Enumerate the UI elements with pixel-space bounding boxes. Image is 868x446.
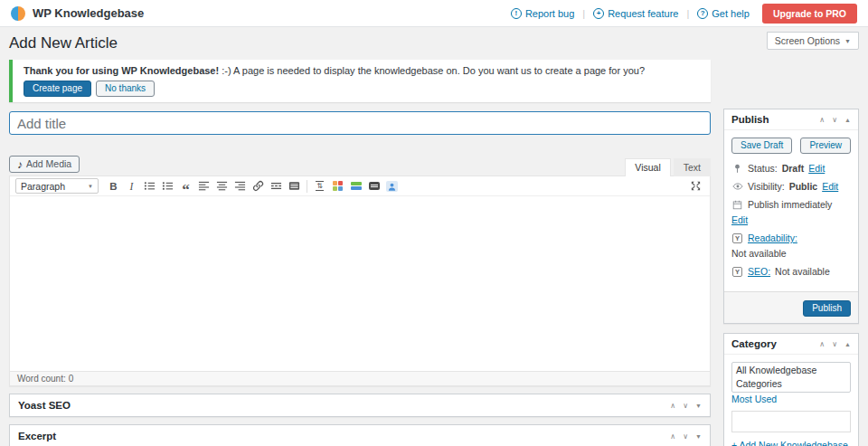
separator: |: [582, 8, 585, 19]
bold-glyph: B: [109, 181, 117, 192]
help-icon: ?: [697, 8, 708, 19]
create-page-button[interactable]: Create page: [24, 81, 91, 97]
toggle-panel-icon[interactable]: ▲: [844, 341, 851, 347]
updown-arrows-glyph: ⇅: [316, 181, 324, 191]
plus-circle-icon: +: [593, 8, 604, 19]
publish-panel: Publish ∧ ∨ ▲ Save Draft Preview Status:: [723, 109, 859, 324]
notice-bold-text: Thank you for using WP Knowledgebase!: [24, 65, 219, 76]
excerpt-title: Excerpt: [18, 431, 56, 441]
request-feature-link[interactable]: + Request feature: [593, 8, 678, 19]
align-left-icon[interactable]: [195, 178, 212, 194]
report-bug-label: Report bug: [525, 8, 574, 19]
sidebar: Publish ∧ ∨ ▲ Save Draft Preview Status:: [723, 109, 859, 446]
yoast-seo-title: Yoast SEO: [18, 400, 71, 411]
topbar-actions: ! Report bug | + Request feature | ? Get…: [511, 4, 857, 24]
move-up-icon[interactable]: ∧: [670, 402, 675, 410]
schedule-row: Publish immediately Edit: [731, 199, 851, 225]
insert-bars-icon[interactable]: [347, 178, 364, 194]
toggle-panel-icon[interactable]: ▲: [844, 117, 851, 123]
insert-link-icon[interactable]: [250, 178, 267, 194]
title-input[interactable]: [9, 111, 711, 135]
align-center-icon[interactable]: [213, 178, 231, 194]
upgrade-to-pro-button[interactable]: Upgrade to PRO: [762, 4, 857, 24]
main-column: Thank you for using WP Knowledgebase! :-…: [9, 60, 711, 446]
edit-visibility-link[interactable]: Edit: [822, 181, 838, 192]
status-label: Status:: [748, 163, 778, 174]
screen-options-label: Screen Options: [775, 35, 840, 46]
publish-button[interactable]: Publish: [803, 300, 851, 317]
add-new-category-link[interactable]: + Add New Knowledgebase Category: [731, 439, 851, 446]
seo-value: Not available: [775, 266, 830, 277]
insert-user-icon[interactable]: [383, 178, 401, 194]
editor-mode-tabs: Visual Text: [622, 157, 711, 176]
bullet-list-icon[interactable]: [141, 178, 158, 194]
edit-schedule-link[interactable]: Edit: [731, 214, 748, 225]
media-icon: ♪: [17, 160, 23, 169]
report-bug-link[interactable]: ! Report bug: [511, 8, 574, 19]
screen-options-button[interactable]: Screen Options ▼: [767, 32, 859, 50]
toolbar-toggle-icon[interactable]: [286, 178, 303, 194]
visibility-label: Visibility:: [748, 181, 785, 192]
move-down-icon[interactable]: ∨: [683, 432, 688, 441]
notice-regular-text: :-) A page is needed to display the know…: [222, 65, 645, 76]
bug-icon: !: [511, 8, 522, 19]
tab-all-categories[interactable]: All Knowledgebase Categories: [731, 362, 851, 393]
move-up-icon[interactable]: ∧: [670, 432, 675, 441]
italic-icon[interactable]: I: [123, 178, 140, 194]
status-row: Status: Draft Edit: [731, 163, 851, 174]
publish-header[interactable]: Publish ∧ ∨ ▲: [724, 109, 858, 130]
yoast-icon: Y: [731, 233, 743, 243]
move-up-icon[interactable]: ∧: [819, 340, 825, 348]
move-down-icon[interactable]: ∨: [832, 116, 837, 124]
move-up-icon[interactable]: ∧: [819, 116, 825, 124]
yoast-seo-panel: Yoast SEO ∧ ∨ ▼: [9, 394, 711, 417]
tab-visual[interactable]: Visual: [625, 158, 670, 176]
editor-media-row: ♪ Add Media Visual Text: [9, 155, 711, 176]
chevron-down-icon: ▼: [844, 38, 851, 44]
yoast-seo-header[interactable]: Yoast SEO ∧ ∨ ▼: [10, 394, 710, 416]
toggle-panel-icon[interactable]: ▼: [695, 403, 702, 409]
publish-minor-actions: Save Draft Preview: [731, 138, 851, 154]
color-grid-glyph: [333, 181, 343, 191]
numbered-list-icon[interactable]: [159, 178, 176, 194]
excerpt-header[interactable]: Excerpt ∧ ∨ ▼: [10, 425, 710, 446]
fullscreen-icon[interactable]: [687, 178, 704, 194]
excerpt-panel: Excerpt ∧ ∨ ▼: [9, 424, 711, 446]
toolbar-divider: [307, 180, 307, 193]
add-media-button[interactable]: ♪ Add Media: [9, 156, 80, 173]
seo-row: Y SEO: Not available: [731, 266, 851, 277]
category-header[interactable]: Category ∧ ∨ ▲: [724, 334, 858, 355]
category-title: Category: [731, 338, 777, 349]
save-draft-button[interactable]: Save Draft: [731, 138, 792, 154]
bold-icon[interactable]: B: [105, 178, 122, 194]
edit-status-link[interactable]: Edit: [808, 163, 825, 174]
distraction-free-icon[interactable]: ⇅: [311, 178, 328, 194]
toggle-panel-icon[interactable]: ▼: [695, 433, 702, 440]
tab-most-used[interactable]: Most Used: [731, 394, 777, 404]
editor-toolbar: Paragraph ▼ B I “: [10, 176, 710, 196]
blockquote-icon[interactable]: “: [177, 178, 194, 194]
brand: WP Knowledgebase: [11, 6, 144, 21]
move-down-icon[interactable]: ∨: [832, 340, 837, 348]
no-thanks-button[interactable]: No thanks: [96, 81, 155, 97]
panel-controls: ∧ ∨ ▼: [670, 402, 702, 410]
paragraph-format-value: Paragraph: [21, 181, 65, 192]
preview-button[interactable]: Preview: [800, 138, 851, 154]
seo-link[interactable]: SEO:: [748, 266, 770, 277]
editor-content-area[interactable]: [10, 196, 710, 371]
category-body: All Knowledgebase Categories Most Used +…: [724, 355, 858, 446]
topbar: WP Knowledgebase ! Report bug | + Reques…: [0, 0, 868, 27]
insert-form-icon[interactable]: [365, 178, 382, 194]
get-help-label: Get help: [712, 8, 750, 19]
chevron-down-icon: ▼: [88, 184, 93, 189]
move-down-icon[interactable]: ∨: [683, 402, 688, 410]
paragraph-format-select[interactable]: Paragraph ▼: [15, 178, 99, 194]
get-help-link[interactable]: ? Get help: [697, 8, 750, 19]
read-more-icon[interactable]: [268, 178, 285, 194]
readability-link[interactable]: Readability:: [748, 232, 797, 243]
shortcode-grid-icon[interactable]: [329, 178, 346, 194]
category-list-box[interactable]: [731, 411, 851, 432]
align-right-icon[interactable]: [231, 178, 249, 194]
tab-text[interactable]: Text: [674, 158, 711, 176]
editor-section: ♪ Add Media Visual Text Paragraph ▼ B I: [9, 155, 711, 386]
